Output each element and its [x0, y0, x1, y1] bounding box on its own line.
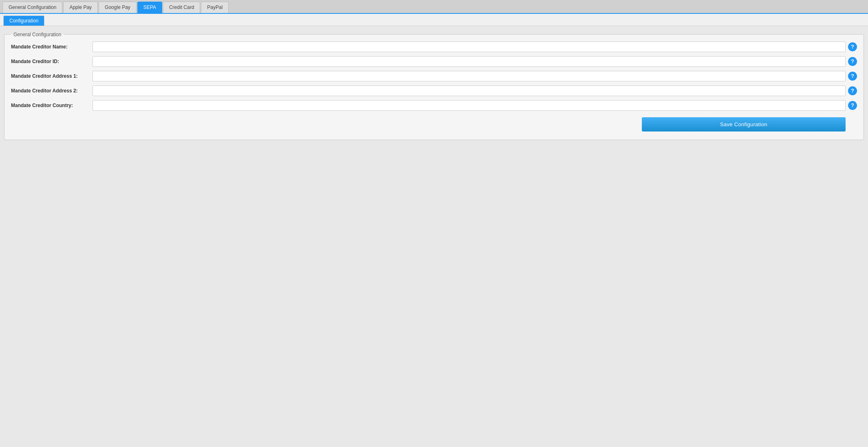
- general-config-fieldset: General Configuration Mandate Creditor N…: [4, 32, 864, 140]
- label-mandate-creditor-id: Mandate Creditor ID:: [11, 59, 93, 64]
- save-row: Save Configuration: [11, 117, 857, 131]
- form-row-mandate-creditor-country: Mandate Creditor Country:?: [11, 100, 857, 111]
- label-mandate-creditor-address-2: Mandate Creditor Address 2:: [11, 88, 93, 94]
- input-wrap-mandate-creditor-name: ?: [93, 42, 857, 52]
- input-wrap-mandate-creditor-address-1: ?: [93, 71, 857, 81]
- help-button-mandate-creditor-address-2[interactable]: ?: [848, 86, 857, 95]
- form-row-mandate-creditor-address-2: Mandate Creditor Address 2:?: [11, 85, 857, 96]
- input-mandate-creditor-address-2[interactable]: [93, 85, 846, 96]
- label-mandate-creditor-country: Mandate Creditor Country:: [11, 103, 93, 108]
- input-mandate-creditor-id[interactable]: [93, 56, 846, 67]
- help-button-mandate-creditor-id[interactable]: ?: [848, 57, 857, 66]
- sub-tab-bar: Configuration: [0, 14, 868, 26]
- form-row-mandate-creditor-id: Mandate Creditor ID:?: [11, 56, 857, 67]
- main-content: General Configuration Mandate Creditor N…: [0, 26, 868, 146]
- top-tab-paypal[interactable]: PayPal: [201, 2, 229, 13]
- input-wrap-mandate-creditor-country: ?: [93, 100, 857, 111]
- label-mandate-creditor-address-1: Mandate Creditor Address 1:: [11, 73, 93, 79]
- help-button-mandate-creditor-name[interactable]: ?: [848, 42, 857, 51]
- top-tab-google-pay[interactable]: Google Pay: [99, 2, 137, 13]
- input-mandate-creditor-country[interactable]: [93, 100, 846, 111]
- top-tab-general-configuration[interactable]: General Configuration: [2, 2, 62, 13]
- input-mandate-creditor-name[interactable]: [93, 42, 846, 52]
- form-row-mandate-creditor-name: Mandate Creditor Name:?: [11, 42, 857, 52]
- form-row-mandate-creditor-address-1: Mandate Creditor Address 1:?: [11, 71, 857, 81]
- top-tab-apple-pay[interactable]: Apple Pay: [63, 2, 98, 13]
- save-configuration-button[interactable]: Save Configuration: [642, 117, 846, 131]
- top-tab-sepa[interactable]: SEPA: [137, 2, 162, 13]
- help-button-mandate-creditor-address-1[interactable]: ?: [848, 72, 857, 81]
- top-tab-bar: General ConfigurationApple PayGoogle Pay…: [0, 0, 868, 14]
- input-mandate-creditor-address-1[interactable]: [93, 71, 846, 81]
- help-button-mandate-creditor-country[interactable]: ?: [848, 101, 857, 110]
- sub-tab-configuration[interactable]: Configuration: [3, 15, 44, 26]
- input-wrap-mandate-creditor-address-2: ?: [93, 85, 857, 96]
- label-mandate-creditor-name: Mandate Creditor Name:: [11, 44, 93, 50]
- fieldset-legend: General Configuration: [11, 32, 64, 37]
- top-tab-credit-card[interactable]: Credit Card: [163, 2, 200, 13]
- input-wrap-mandate-creditor-id: ?: [93, 56, 857, 67]
